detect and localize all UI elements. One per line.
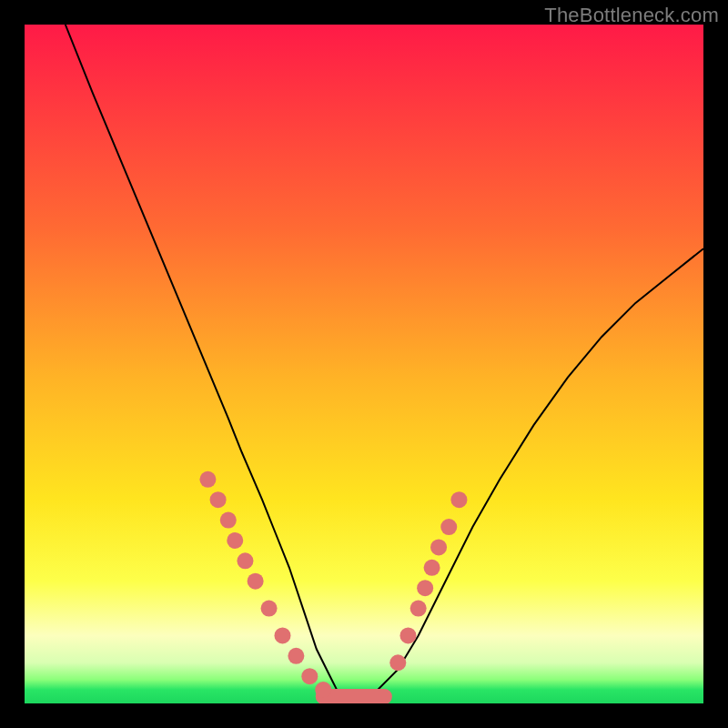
highlight-marker [424, 560, 440, 576]
highlight-marker [220, 512, 237, 529]
highlight-marker [389, 654, 406, 671]
marker-group [199, 471, 467, 698]
highlight-marker [237, 552, 253, 569]
highlight-marker [430, 539, 447, 555]
highlight-marker [248, 573, 264, 590]
bottleneck-curve [66, 25, 703, 697]
highlight-marker [261, 601, 278, 617]
highlight-marker [450, 491, 467, 508]
highlight-marker [227, 532, 243, 549]
highlight-marker [410, 601, 427, 617]
chart-frame: TheBottleneck.com [0, 0, 728, 728]
highlight-marker [399, 627, 416, 643]
plot-area [25, 25, 703, 703]
highlight-marker [210, 491, 227, 508]
highlight-marker [199, 471, 216, 488]
highlight-marker [288, 648, 304, 664]
highlight-marker [440, 519, 457, 535]
watermark-text: TheBottleneck.com [544, 4, 719, 27]
highlight-marker [417, 580, 433, 596]
highlight-marker [315, 682, 331, 698]
highlight-marker [301, 668, 318, 684]
highlight-marker [274, 627, 290, 643]
chart-svg [25, 25, 703, 703]
